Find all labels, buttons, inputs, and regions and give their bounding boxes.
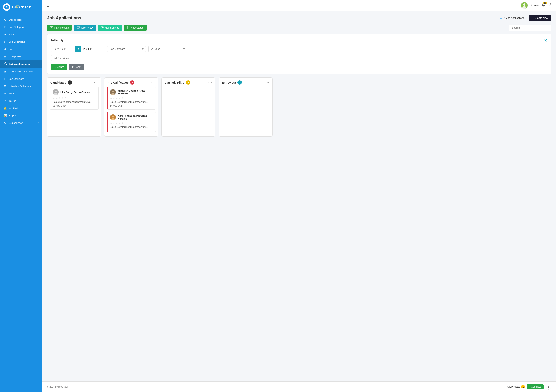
sidebar-item-job-onboard[interactable]: ⊡ Job OnBoard — [0, 75, 42, 82]
col-header-llamada-filtro: Llamada Filtro 0 ··· — [162, 78, 215, 86]
card-name-text: Magalith Joanna Arias Martinez — [118, 89, 153, 95]
col-badge-pre-calificados: 3 — [130, 80, 134, 85]
footer: © 2024 by BioCheck Sticky Notes 1 + Add … — [42, 381, 556, 392]
create-new-button[interactable]: + Create New — [529, 15, 551, 21]
chevron-right-icon: › — [38, 122, 39, 124]
apply-button[interactable]: ✓ Apply — [51, 64, 67, 70]
table-view-button[interactable]: Table View — [74, 25, 96, 31]
filter-icon — [50, 26, 53, 29]
sidebar-item-todos[interactable]: ☑ ToDos — [0, 97, 42, 104]
filter-panel: Filter By ✕ To Job Company All Jobs All — [47, 34, 551, 74]
todos-icon: ☑ — [3, 99, 7, 102]
scroll-top-button[interactable]: ▲ — [546, 384, 551, 390]
filter-actions: ✓ Apply ↻ Reset — [51, 64, 547, 70]
sidebar-item-companies[interactable]: ▤ Companies — [0, 53, 42, 60]
questions-select[interactable]: All Questions — [51, 55, 109, 61]
col-menu-llamada-filtro[interactable]: ··· — [208, 81, 212, 84]
sidebar-item-label: jobAlert — [9, 107, 18, 110]
table-row[interactable]: Karol Vanessa Martinez Naranjo ★★★★★ Sal… — [107, 112, 156, 132]
avatar — [53, 89, 59, 95]
table-icon — [77, 26, 79, 29]
notification-button[interactable]: 13 — [542, 3, 546, 8]
kanban-board: Candidatos 1 ··· Lila Saray Serna Gomez — [47, 78, 551, 139]
avatar — [110, 89, 116, 95]
sidebar-item-team[interactable]: ☺ Team — [0, 90, 42, 97]
table-row[interactable]: Lila Saray Serna Gomez ★★★★★ Sales Devel… — [50, 86, 99, 110]
new-status-button[interactable]: New Status — [124, 24, 147, 31]
card-role: Sales Development Representative — [110, 101, 153, 103]
add-note-button[interactable]: + Add Note — [527, 384, 544, 389]
col-title-group: Llamada Filtro 0 — [165, 80, 190, 85]
page-area: Job Applications / Job Applications + Cr… — [42, 11, 556, 381]
svg-point-20 — [112, 116, 114, 118]
card-stars: ★★★★★ — [110, 96, 153, 99]
breadcrumb-right: / Job Applications + Create New — [499, 15, 551, 21]
date-separator: To — [75, 46, 81, 52]
kanban-col-entrevista: Entrevista 0 ··· — [218, 78, 273, 137]
jobs-select[interactable]: All Jobs — [148, 46, 187, 52]
sidebar-item-subscription[interactable]: ⚙ Subscription › — [0, 119, 42, 126]
sidebar-item-label: Skills — [9, 33, 15, 36]
header-left: ☰ — [46, 3, 49, 8]
date-to-input[interactable] — [81, 46, 104, 52]
sidebar-item-job-categories[interactable]: ⊞ Job Categories — [0, 23, 42, 31]
reset-button[interactable]: ↻ Reset — [69, 64, 84, 70]
main-content: ☰ Admin 13 — [42, 0, 556, 392]
kanban-cards-pre-calificados: Magalith Joanna Arias Martinez ★★★★★ Sal… — [104, 86, 158, 136]
col-badge-entrevista: 0 — [238, 80, 242, 85]
skills-icon: ✦ — [3, 33, 7, 36]
card-stars: ★★★★★ — [53, 96, 96, 99]
sidebar-item-label: Interview Schedule — [9, 85, 31, 88]
sidebar-item-job-applications[interactable]: Job Applications — [0, 60, 42, 68]
col-menu-candidatos[interactable]: ··· — [94, 81, 98, 84]
page-title: Job Applications — [47, 16, 81, 20]
sidebar-item-interview-schedule[interactable]: ⊞ Interview Schedule — [0, 82, 42, 90]
grid-icon: ⊞ — [3, 25, 7, 29]
sidebar: Bi Bi☑Check ⊙ Dashboard ⊞ Job Categories… — [0, 0, 42, 392]
power-button[interactable] — [549, 3, 552, 8]
sidebar-item-label: Subscription — [9, 121, 23, 124]
sidebar-item-jobalert[interactable]: 🔔 jobAlert — [0, 104, 42, 112]
sticky-label: Sticky Notes 1 — [507, 385, 525, 388]
sidebar-item-skills[interactable]: ✦ Skills — [0, 31, 42, 38]
filter-results-button[interactable]: Filter Results — [47, 25, 72, 31]
clear-filter-button[interactable]: ✕ — [544, 38, 547, 43]
search-input[interactable] — [509, 24, 551, 31]
bookmark-icon — [127, 26, 130, 29]
filter-row-questions: All Questions — [51, 55, 547, 61]
card-stars: ★★★★★ — [110, 121, 153, 125]
card-header: Magalith Joanna Arias Martinez — [110, 89, 153, 95]
jobs-icon: ♟ — [3, 47, 7, 51]
svg-text:Bi: Bi — [6, 6, 8, 9]
sidebar-item-dashboard[interactable]: ⊙ Dashboard — [0, 16, 42, 23]
col-menu-entrevista[interactable]: ··· — [266, 81, 269, 84]
table-row[interactable]: Magalith Joanna Arias Martinez ★★★★★ Sal… — [107, 86, 156, 110]
copyright: © 2024 by BioCheck — [47, 385, 68, 388]
home-icon[interactable] — [499, 16, 502, 20]
company-select[interactable]: Job Company — [107, 46, 146, 52]
sidebar-item-label: Job Locations — [9, 40, 25, 43]
sidebar-item-label: Job Applications — [9, 63, 30, 65]
sidebar-item-label: Job Categories — [9, 26, 26, 29]
sidebar-item-jobs[interactable]: ♟ Jobs — [0, 45, 42, 53]
sidebar-item-candidate-database[interactable]: ⊟ Candidate Database — [0, 68, 42, 75]
sidebar-item-label: Job OnBoard — [9, 78, 24, 80]
card-name-text: Lila Saray Serna Gomez — [61, 91, 90, 94]
header: ☰ Admin 13 — [42, 0, 556, 11]
col-menu-pre-calificados[interactable]: ··· — [151, 81, 155, 84]
report-icon: 📊 — [3, 114, 7, 117]
sticky-bar: Sticky Notes 1 + Add Note ▲ — [507, 384, 551, 390]
date-from-input[interactable] — [51, 46, 75, 52]
breadcrumb-separator: / — [504, 16, 505, 19]
sidebar-item-job-locations[interactable]: ◎ Job Locations — [0, 38, 42, 45]
card-header: Lila Saray Serna Gomez — [53, 89, 96, 95]
avatar[interactable] — [521, 2, 528, 9]
app-logo[interactable]: Bi Bi☑Check — [0, 0, 42, 15]
mail-settings-button[interactable]: Mail Settings — [98, 25, 122, 31]
hamburger-button[interactable]: ☰ — [46, 3, 49, 8]
sidebar-item-label: Candidate Database — [9, 70, 33, 73]
candidate-icon: ⊟ — [3, 70, 7, 73]
kanban-col-llamada-filtro: Llamada Filtro 0 ··· — [161, 78, 216, 137]
sidebar-item-report[interactable]: 📊 Report — [0, 112, 42, 119]
card-date: 14 Oct, 2024 — [110, 104, 153, 107]
